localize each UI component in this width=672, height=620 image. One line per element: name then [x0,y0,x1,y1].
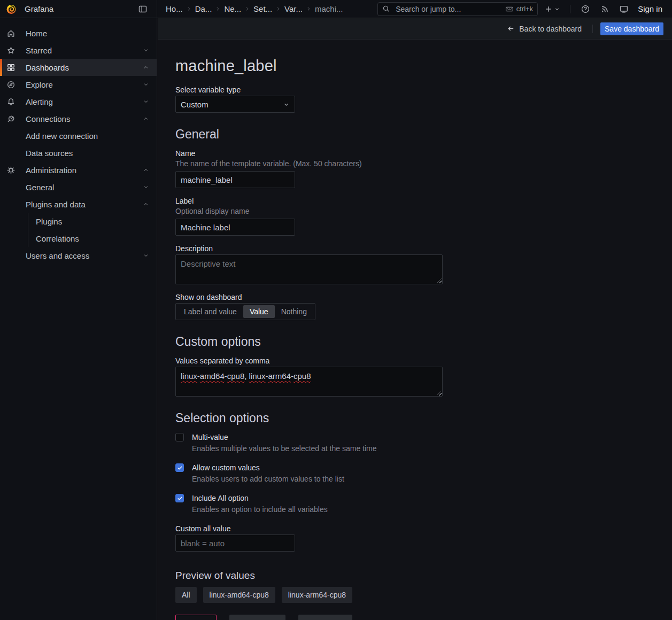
checkbox-unchecked[interactable] [175,433,184,441]
chevron-down-icon [143,81,149,88]
sidebar-item-starred[interactable]: Starred [0,42,157,59]
rss-icon[interactable] [597,2,612,17]
star-icon [5,46,16,55]
sidebar-nav: HomeStarredDashboardsExploreAlertingConn… [0,18,157,620]
name-input[interactable] [175,171,295,188]
breadcrumb-item[interactable]: Set... [253,4,272,13]
sidebar-item-administration[interactable]: Administration [0,161,157,179]
values-token: cpu8 [293,371,311,381]
description-label: Description [175,244,672,253]
breadcrumb: Ho...Da...Ne...Set...Var...machi... [166,4,343,13]
name-label: Name [175,149,672,158]
label-input[interactable] [175,219,295,236]
sidebar-item-users-and-access[interactable]: Users and access [0,247,157,264]
breadcrumb-item[interactable]: Ne... [224,4,241,13]
chevron-down-icon [143,252,149,259]
sidebar-item-label: Dashboards [26,63,69,72]
delete-button[interactable]: Delete [175,615,217,620]
apps-icon [5,63,16,72]
sidebar-item-label: Home [26,29,47,38]
show-option-nothing[interactable]: Nothing [275,305,313,318]
check-icon [177,465,183,471]
values-token: linux [181,371,197,381]
preview-chips: Alllinux-amd64-cpu8linux-arm64-cpu8 [175,587,672,603]
dashboard-settings-toolbar: Back to dashboard Save dashboard [158,18,672,40]
chevron-down-icon [283,101,290,108]
description-placeholder: Descriptive text [181,259,236,268]
preview-chip: All [175,587,197,603]
preview-heading: Preview of values [175,570,672,582]
values-textarea[interactable]: linux-amd64-cpu8, linux-arm64-cpu8 [175,367,443,397]
compass-icon [5,80,16,89]
sidebar-item-label: Add new connection [26,131,98,141]
description-textarea[interactable]: Descriptive text [175,254,443,284]
breadcrumb-item[interactable]: Da... [195,4,212,13]
grafana-logo-icon [5,3,17,15]
save-dashboard-button[interactable]: Save dashboard [600,22,663,35]
breadcrumb-item[interactable]: Var... [284,4,303,13]
chevron-right-icon [275,6,281,12]
monitor-icon[interactable] [616,2,631,17]
sidebar-item-dashboards[interactable]: Dashboards [0,59,157,76]
chevron-right-icon [306,6,312,12]
panel-left-icon[interactable] [135,2,150,17]
show-on-dashboard-label: Show on dashboard [175,293,672,301]
checkbox-checked[interactable] [175,463,184,472]
checkbox-row-include-all-option: Include All optionEnables an option to i… [175,494,672,514]
sidebar-item-plugins[interactable]: Plugins [28,213,157,230]
variable-type-select[interactable]: Custom [175,96,295,113]
run-query-button[interactable]: Run query [298,615,352,620]
search-shortcut: ctrl+k [505,5,533,13]
show-option-value[interactable]: Value [243,305,275,318]
chevron-down-icon [143,184,149,190]
checkbox-label[interactable]: Allow custom values [192,463,344,472]
sidebar-item-label: Plugins [36,217,62,226]
chevron-up-icon [143,115,149,122]
sign-in-button[interactable]: Sign in [636,4,665,13]
checkbox-label[interactable]: Include All option [192,494,328,502]
help-icon[interactable] [578,2,593,17]
checkbox-desc: Enables multiple values to be selected a… [192,444,377,453]
sidebar-item-data-sources[interactable]: Data sources [0,144,157,161]
values-token: arm64 [268,371,291,381]
values-token: linux [249,371,266,381]
sidebar-item-general[interactable]: General [0,179,157,196]
resize-handle[interactable] [437,278,442,283]
bell-icon [5,97,16,106]
new-button[interactable] [542,2,562,17]
sidebar-item-correlations[interactable]: Correlations [28,230,157,247]
checkbox-label[interactable]: Multi-value [192,433,377,441]
sidebar-item-add-new-connection[interactable]: Add new connection [0,127,157,144]
search-input[interactable] [395,4,501,14]
top-bar: Grafana Ho...Da...Ne...Set...Var...machi… [0,0,672,18]
variable-type-value: Custom [181,100,208,109]
sidebar-item-plugins-and-data[interactable]: Plugins and data [0,196,157,213]
chevron-right-icon [215,6,221,12]
sidebar-item-connections[interactable]: Connections [0,110,157,127]
custom-all-value-input[interactable] [175,534,295,552]
values-token: , [244,371,249,381]
checkbox-checked[interactable] [175,494,184,502]
sidebar-item-explore[interactable]: Explore [0,76,157,93]
sidebar-item-label: Alerting [26,97,53,106]
sidebar-item-label: Explore [26,80,53,89]
checkbox-desc: Enables an option to include all variabl… [192,505,328,514]
show-option-label-and-value[interactable]: Label and value [177,305,243,318]
sidebar-item-label: Administration [26,166,76,175]
resize-handle[interactable] [437,391,442,396]
back-to-dashboard-link[interactable]: Back to dashboard [504,24,585,34]
search-box[interactable]: ctrl+k [377,2,538,16]
name-desc: The name of the template variable. (Max.… [175,159,672,168]
breadcrumb-item[interactable]: Ho... [166,4,183,13]
page-title: machine_label [175,57,672,75]
sidebar-item-label: Plugins and data [26,200,86,209]
sidebar-item-alerting[interactable]: Alerting [0,93,157,110]
back-to-list-button[interactable]: Back to list [229,615,285,620]
sidebar-item-home[interactable]: Home [0,25,157,42]
chevron-up-icon [143,167,149,173]
sidebar-item-label: Starred [26,46,52,55]
show-on-dashboard-radiogroup: Label and valueValueNothing [175,303,315,320]
sidebar-item-label: Connections [26,114,70,123]
breadcrumb-item: machi... [315,4,343,13]
chevron-down-icon [143,47,149,53]
